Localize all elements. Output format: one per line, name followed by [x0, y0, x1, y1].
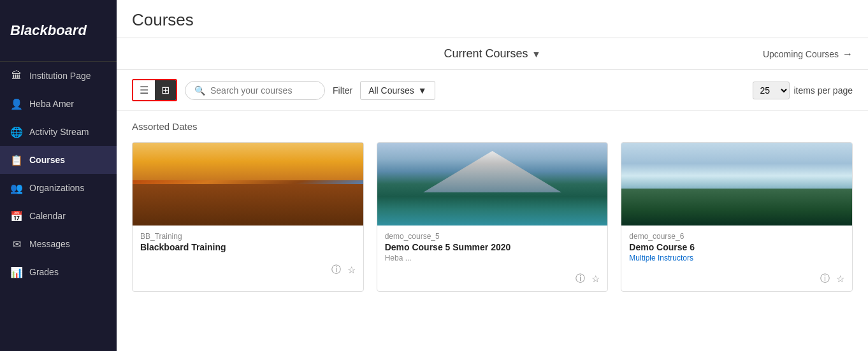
dropdown-arrow-icon: ▼	[532, 49, 541, 59]
items-per-page-control: 25 10 50 100 items per page	[753, 82, 853, 99]
course-thumbnail-canyon	[133, 143, 363, 226]
sidebar-item-label: Activity Stream	[29, 127, 89, 137]
app-logo: Blackboard	[0, 0, 117, 62]
sidebar-item-calendar[interactable]: 📅 Calendar	[0, 202, 117, 230]
course-info: demo_course_6 Demo Course 6 Multiple Ins…	[621, 226, 852, 269]
course-thumbnail-forest	[621, 143, 852, 226]
star-icon[interactable]: ☆	[836, 273, 844, 285]
sidebar-item-organizations[interactable]: 👥 Organizations	[0, 174, 117, 202]
course-title: Demo Course 5 Summer 2020	[385, 242, 600, 252]
items-per-page-select[interactable]: 25 10 50 100	[753, 82, 790, 99]
course-footer: ⓘ ☆	[133, 260, 363, 282]
course-card-demo-6: demo_course_6 Demo Course 6 Multiple Ins…	[621, 142, 853, 292]
sidebar-item-messages[interactable]: ✉ Messages	[0, 230, 117, 258]
calendar-icon: 📅	[10, 210, 23, 222]
info-icon[interactable]: ⓘ	[820, 273, 830, 285]
page-title: Courses	[132, 10, 853, 30]
messages-icon: ✉	[10, 238, 23, 250]
courses-grid: BB_Training Blackboard Training ⓘ ☆ demo…	[132, 142, 853, 292]
sidebar-item-label: Grades	[29, 267, 59, 277]
sidebar-item-grades[interactable]: 📊 Grades	[0, 258, 117, 286]
course-card-bb-training: BB_Training Blackboard Training ⓘ ☆	[132, 142, 364, 292]
sidebar-item-institution-page[interactable]: 🏛 Institution Page	[0, 62, 117, 90]
grid-view-icon: ⊞	[161, 84, 170, 96]
current-courses-button[interactable]: Current Courses ▼	[444, 47, 541, 61]
course-id: demo_course_5	[385, 232, 600, 241]
organizations-icon: 👥	[10, 182, 23, 194]
grades-icon: 📊	[10, 266, 23, 278]
search-box: 🔍	[185, 81, 325, 100]
course-info: demo_course_5 Demo Course 5 Summer 2020 …	[377, 226, 608, 269]
grid-view-button[interactable]: ⊞	[155, 80, 176, 100]
course-info: BB_Training Blackboard Training	[133, 226, 363, 260]
courses-content: Assorted Dates BB_Training Blackboard Tr…	[117, 111, 868, 351]
course-footer: ⓘ ☆	[621, 269, 852, 291]
sidebar-nav: 🏛 Institution Page 👤 Heba Amer 🌐 Activit…	[0, 62, 117, 286]
current-courses-label: Current Courses	[444, 47, 528, 61]
search-input[interactable]	[210, 85, 312, 96]
sidebar-item-label: Messages	[29, 239, 70, 249]
list-view-button[interactable]: ☰	[133, 80, 155, 100]
section-label: Assorted Dates	[132, 121, 853, 132]
sidebar-item-label: Organizations	[29, 183, 84, 193]
course-title: Demo Course 6	[629, 242, 844, 252]
course-title: Blackboard Training	[140, 242, 356, 252]
course-nav-bar: Current Courses ▼ Upcoming Courses →	[117, 38, 868, 70]
info-icon[interactable]: ⓘ	[575, 273, 585, 285]
filter-dropdown-button[interactable]: All Courses ▼	[360, 81, 435, 100]
view-toggle: ☰ ⊞	[132, 79, 177, 101]
toolbar: ☰ ⊞ 🔍 Filter All Courses ▼ 25 10 50 100 …	[117, 70, 868, 111]
sidebar-item-label: Courses	[29, 155, 65, 165]
sidebar-item-heba-amer[interactable]: 👤 Heba Amer	[0, 90, 117, 118]
list-view-icon: ☰	[140, 84, 148, 96]
sidebar-item-courses[interactable]: 📋 Courses	[0, 146, 117, 174]
course-id: BB_Training	[140, 232, 356, 241]
institution-page-icon: 🏛	[10, 69, 23, 82]
activity-stream-icon: 🌐	[10, 125, 23, 138]
course-instructor: Multiple Instructors	[629, 254, 844, 262]
courses-icon: 📋	[10, 154, 23, 166]
items-per-page-label: items per page	[793, 85, 853, 96]
filter-value: All Courses	[368, 85, 414, 96]
course-footer: ⓘ ☆	[377, 269, 608, 291]
course-instructor: Heba ...	[385, 254, 600, 262]
course-thumbnail-mountain	[377, 143, 608, 226]
upcoming-courses-button[interactable]: Upcoming Courses →	[763, 48, 853, 60]
arrow-right-icon: →	[843, 48, 853, 60]
main-content: Courses Current Courses ▼ Upcoming Cours…	[117, 0, 868, 351]
star-icon[interactable]: ☆	[591, 273, 600, 285]
instructor-link[interactable]: Multiple Instructors	[629, 254, 693, 262]
user-icon: 👤	[10, 97, 23, 110]
course-card-demo-5: demo_course_5 Demo Course 5 Summer 2020 …	[377, 142, 609, 292]
search-icon: 🔍	[194, 85, 205, 96]
sidebar-item-label: Institution Page	[29, 71, 91, 81]
filter-label: Filter	[333, 85, 352, 96]
sidebar-item-label: Calendar	[29, 211, 66, 221]
sidebar-item-label: Heba Amer	[29, 99, 74, 109]
sidebar-item-activity-stream[interactable]: 🌐 Activity Stream	[0, 118, 117, 146]
star-icon[interactable]: ☆	[347, 264, 356, 276]
upcoming-courses-label: Upcoming Courses	[763, 49, 839, 59]
page-header: Courses	[117, 0, 868, 38]
sidebar: Blackboard 🏛 Institution Page 👤 Heba Ame…	[0, 0, 117, 351]
course-id: demo_course_6	[629, 232, 844, 241]
info-icon[interactable]: ⓘ	[331, 264, 341, 276]
filter-dropdown-arrow-icon: ▼	[418, 85, 427, 96]
